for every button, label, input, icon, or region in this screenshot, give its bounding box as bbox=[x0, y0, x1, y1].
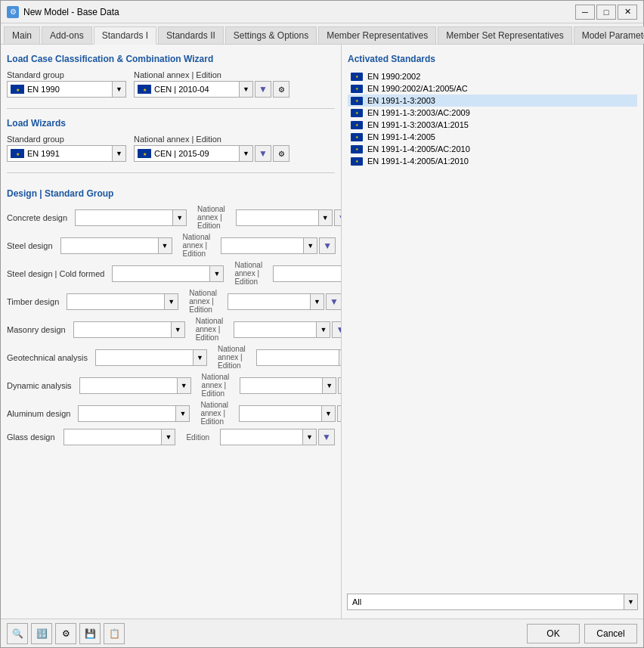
aluminum-standard-dropdown[interactable]: ▼ bbox=[176, 405, 190, 422]
concrete-filter-button[interactable]: ▼ bbox=[334, 209, 341, 226]
filter-section: All ▼ bbox=[347, 594, 638, 610]
bottom-bar: 🔍 🔢 ⚙ 💾 📋 OK Cancel bbox=[1, 619, 643, 647]
steel-filter-button[interactable]: ▼ bbox=[319, 237, 336, 254]
eu-flag-icon-2: ★ bbox=[138, 85, 151, 94]
tab-member-set-representatives[interactable]: Member Set Representatives bbox=[438, 26, 571, 44]
load-wizards-section-title: Load Wizards bbox=[7, 118, 335, 129]
tab-standards-ii[interactable]: Standards II bbox=[158, 26, 224, 44]
tab-addons[interactable]: Add-ons bbox=[42, 26, 92, 44]
std-item-2[interactable]: ★ EN 1991-1-3:2003 bbox=[348, 95, 637, 107]
tab-standards-i[interactable]: Standards I bbox=[94, 26, 156, 45]
lw-filter-button[interactable]: ▼ bbox=[255, 145, 271, 162]
glass-filter-button[interactable]: ▼ bbox=[318, 429, 335, 445]
lc-filter-button[interactable]: ▼ bbox=[255, 81, 271, 98]
concrete-standard-dropdown[interactable]: ▼ bbox=[173, 209, 187, 226]
glass-standard-dropdown[interactable]: ▼ bbox=[162, 429, 175, 445]
geo-standard-select[interactable] bbox=[95, 349, 194, 366]
numbers-icon-btn[interactable]: 🔢 bbox=[31, 623, 52, 644]
std-item-5[interactable]: ★ EN 1991-1-4:2005 bbox=[348, 131, 637, 143]
lc-settings-button[interactable]: ⚙ bbox=[273, 81, 289, 98]
std-item-1[interactable]: ★ EN 1990:2002/A1:2005/AC bbox=[348, 82, 637, 95]
glass-standard-select[interactable] bbox=[63, 429, 162, 445]
eu-flag-std-1: ★ bbox=[351, 85, 363, 93]
concrete-standard-select[interactable] bbox=[75, 209, 173, 226]
timber-filter-button[interactable]: ▼ bbox=[326, 293, 341, 310]
steel-cold-national-select[interactable] bbox=[273, 265, 341, 282]
masonry-national-select[interactable] bbox=[234, 321, 317, 338]
lc-national-dropdown[interactable]: ▼ bbox=[240, 81, 253, 98]
dynamic-national-select[interactable] bbox=[240, 377, 323, 394]
tab-settings-options[interactable]: Settings & Options bbox=[225, 26, 317, 44]
masonry-national-dropdown[interactable]: ▼ bbox=[317, 321, 330, 338]
std-item-4[interactable]: ★ EN 1991-1-3:2003/A1:2015 bbox=[348, 119, 637, 131]
timber-national-select[interactable] bbox=[228, 293, 311, 310]
steel-standard-dropdown[interactable]: ▼ bbox=[159, 237, 172, 254]
lw-standard-dropdown[interactable]: ▼ bbox=[113, 145, 126, 162]
lw-standard-select[interactable]: ★ EN 1991 bbox=[7, 145, 113, 162]
std-item-0[interactable]: ★ EN 1990:2002 bbox=[348, 70, 637, 82]
glass-edition-dropdown[interactable]: ▼ bbox=[303, 429, 317, 445]
steel-national-dropdown[interactable]: ▼ bbox=[304, 237, 317, 254]
aluminum-national-select[interactable] bbox=[239, 405, 322, 422]
tab-main[interactable]: Main bbox=[4, 26, 40, 44]
close-button[interactable]: ✕ bbox=[618, 5, 637, 20]
filter-row: All ▼ bbox=[347, 594, 638, 610]
timber-standard-dropdown[interactable]: ▼ bbox=[165, 293, 178, 310]
tab-member-representatives[interactable]: Member Representatives bbox=[318, 26, 436, 44]
lc-national-select[interactable]: ★ CEN | 2010-04 bbox=[134, 81, 240, 98]
masonry-standard-dropdown[interactable]: ▼ bbox=[172, 321, 185, 338]
lc-national-group: National annex | Edition ★ CEN | 2010-04… bbox=[134, 70, 289, 98]
maximize-button[interactable]: □ bbox=[596, 5, 616, 20]
lc-standard-dropdown[interactable]: ▼ bbox=[113, 81, 126, 98]
load-wizards-form-row: Standard group ★ EN 1991 ▼ National anne… bbox=[7, 135, 335, 162]
gear-icon-btn[interactable]: ⚙ bbox=[55, 623, 76, 644]
geo-national-select[interactable] bbox=[256, 349, 339, 366]
std-item-7[interactable]: ★ EN 1991-1-4:2005/A1:2010 bbox=[348, 155, 637, 167]
lw-settings-button[interactable]: ⚙ bbox=[273, 145, 289, 162]
design-row-glass: Glass design ▼ Edition ▼ ▼ bbox=[7, 429, 335, 445]
steel-national-select[interactable] bbox=[221, 237, 304, 254]
geo-standard-dropdown[interactable]: ▼ bbox=[194, 349, 207, 366]
design-row-steel-cold: Steel design | Cold formed ▼ National an… bbox=[7, 261, 335, 286]
masonry-filter-button[interactable]: ▼ bbox=[332, 321, 341, 338]
copy-icon-btn[interactable]: 📋 bbox=[104, 623, 125, 644]
lw-national-dropdown[interactable]: ▼ bbox=[240, 145, 253, 162]
minimize-button[interactable]: ─ bbox=[575, 5, 595, 20]
steel-cold-standard-select[interactable] bbox=[112, 265, 210, 282]
aluminum-national-dropdown[interactable]: ▼ bbox=[322, 405, 336, 422]
bottom-icon-group: 🔍 🔢 ⚙ 💾 📋 bbox=[7, 623, 527, 644]
std-item-3[interactable]: ★ EN 1991-1-3:2003/AC:2009 bbox=[348, 107, 637, 119]
lc-standard-select[interactable]: ★ EN 1990 bbox=[7, 81, 113, 98]
tab-bar: Main Add-ons Standards I Standards II Se… bbox=[1, 23, 643, 45]
search-icon-btn[interactable]: 🔍 bbox=[7, 623, 28, 644]
window-title: New Model - Base Data bbox=[23, 7, 575, 17]
masonry-standard-select[interactable] bbox=[73, 321, 172, 338]
steel-standard-select[interactable] bbox=[60, 237, 159, 254]
glass-edition-label: Edition bbox=[186, 433, 209, 442]
eu-flag-std-4: ★ bbox=[351, 121, 363, 129]
aluminum-standard-select[interactable] bbox=[78, 405, 176, 422]
std-label-1: EN 1990:2002/A1:2005/AC bbox=[367, 84, 468, 93]
timber-national-dropdown[interactable]: ▼ bbox=[311, 293, 324, 310]
tab-model-parameters[interactable]: Model Parameters bbox=[574, 26, 644, 44]
filter-select[interactable]: All bbox=[347, 594, 624, 610]
lw-national-select[interactable]: ★ CEN | 2015-09 bbox=[134, 145, 240, 162]
concrete-national-dropdown[interactable]: ▼ bbox=[319, 209, 333, 226]
dynamic-standard-dropdown[interactable]: ▼ bbox=[178, 377, 191, 394]
eu-flag-std-7: ★ bbox=[351, 157, 363, 166]
cancel-button[interactable]: Cancel bbox=[584, 624, 637, 643]
aluminum-national-label: National annex | Edition bbox=[200, 401, 228, 426]
design-row-aluminum: Aluminum design ▼ National annex | Editi… bbox=[7, 401, 335, 426]
filter-dropdown-btn[interactable]: ▼ bbox=[624, 594, 638, 610]
save-icon-btn[interactable]: 💾 bbox=[79, 623, 101, 644]
dynamic-national-dropdown[interactable]: ▼ bbox=[323, 377, 336, 394]
concrete-national-select[interactable] bbox=[236, 209, 319, 226]
eu-flag-std-6: ★ bbox=[351, 145, 363, 153]
glass-edition-select[interactable] bbox=[220, 429, 303, 445]
ok-button[interactable]: OK bbox=[527, 624, 580, 643]
timber-standard-select[interactable] bbox=[67, 293, 165, 310]
main-window: ⚙ New Model - Base Data ─ □ ✕ Main Add-o… bbox=[0, 0, 644, 648]
std-item-6[interactable]: ★ EN 1991-1-4:2005/AC:2010 bbox=[348, 143, 637, 155]
dynamic-standard-select[interactable] bbox=[79, 377, 178, 394]
steel-cold-standard-dropdown[interactable]: ▼ bbox=[210, 265, 224, 282]
